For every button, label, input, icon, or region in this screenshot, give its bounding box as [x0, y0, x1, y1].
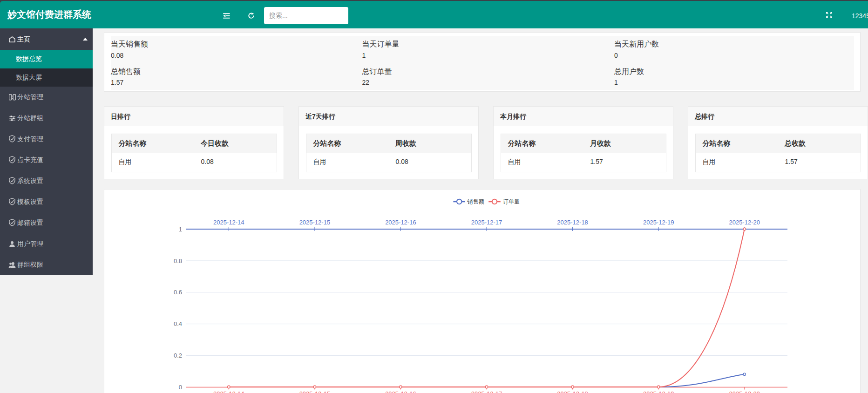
- svg-text:0.8: 0.8: [174, 257, 182, 264]
- svg-text:2025-12-16: 2025-12-16: [385, 390, 416, 393]
- svg-text:2025-12-18: 2025-12-18: [557, 390, 588, 393]
- svg-text:2025-12-15: 2025-12-15: [299, 390, 331, 393]
- svg-text:2025-12-18: 2025-12-18: [557, 219, 588, 226]
- svg-text:1: 1: [179, 226, 182, 233]
- svg-text:0.4: 0.4: [174, 320, 182, 327]
- svg-text:0.6: 0.6: [174, 289, 182, 296]
- svg-text:2025-12-17: 2025-12-17: [471, 219, 502, 226]
- svg-text:2025-12-14: 2025-12-14: [213, 219, 244, 226]
- svg-text:0.2: 0.2: [174, 352, 182, 359]
- svg-text:2025-12-19: 2025-12-19: [643, 219, 674, 226]
- svg-text:0: 0: [179, 384, 182, 391]
- svg-text:2025-12-19: 2025-12-19: [643, 390, 674, 393]
- svg-text:2025-12-15: 2025-12-15: [299, 219, 331, 226]
- svg-text:2025-12-20: 2025-12-20: [729, 219, 760, 226]
- svg-text:2025-12-16: 2025-12-16: [385, 219, 416, 226]
- svg-text:销售额: 销售额: [467, 198, 484, 205]
- svg-text:订单量: 订单量: [503, 198, 520, 205]
- svg-text:2025-12-14: 2025-12-14: [213, 390, 244, 393]
- svg-text:2025-12-17: 2025-12-17: [471, 390, 502, 393]
- svg-text:2025-12-20: 2025-12-20: [729, 390, 760, 393]
